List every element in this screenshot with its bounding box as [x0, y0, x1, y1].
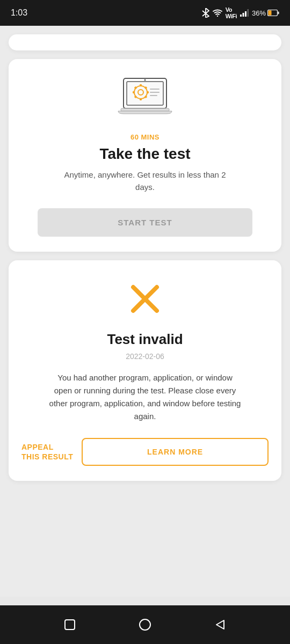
appeal-button[interactable]: APPEALTHIS RESULT [21, 442, 73, 462]
x-icon [126, 280, 164, 320]
card-actions: APPEALTHIS RESULT LEARN MORE [21, 438, 269, 466]
battery-indicator: 36% [252, 9, 279, 17]
svg-point-0 [217, 16, 218, 17]
circle-icon [139, 618, 151, 631]
battery-icon [267, 10, 279, 16]
svg-rect-27 [65, 620, 75, 630]
svg-rect-13 [140, 84, 142, 86]
recent-apps-button[interactable] [64, 619, 76, 631]
svg-rect-4 [247, 9, 249, 17]
svg-rect-2 [242, 13, 244, 17]
svg-rect-15 [133, 91, 135, 93]
svg-rect-3 [245, 11, 247, 17]
test-invalid-card: Test invalid 2022-02-06 You had another … [9, 260, 281, 481]
svg-rect-7 [269, 11, 272, 16]
svg-marker-29 [216, 620, 224, 629]
duration-label: 60 MINS [130, 133, 160, 141]
test-invalid-title: Test invalid [107, 331, 183, 348]
take-test-card: 60 MINS Take the test Anytime, anywhere.… [9, 59, 281, 252]
status-bar: 1:03 VoWiFi 36% [0, 0, 290, 26]
navigation-bar [0, 605, 290, 644]
status-icons: VoWiFi 36% [202, 6, 279, 19]
peek-card [9, 34, 281, 50]
svg-rect-14 [140, 98, 142, 100]
square-icon [64, 619, 76, 631]
svg-point-10 [144, 79, 146, 81]
wifi-icon [213, 9, 222, 17]
svg-rect-16 [147, 91, 149, 93]
svg-rect-24 [121, 108, 169, 111]
bluetooth-icon [202, 8, 209, 18]
scroll-area: 60 MINS Take the test Anytime, anywhere.… [0, 26, 290, 597]
svg-rect-9 [127, 82, 163, 105]
svg-rect-1 [240, 14, 242, 17]
test-invalid-date: 2022-02-06 [126, 352, 164, 361]
vowifi-icon: VoWiFi [226, 6, 237, 19]
battery-percent: 36% [252, 9, 266, 17]
start-test-button[interactable]: START TEST [38, 208, 252, 237]
take-test-title: Take the test [99, 145, 190, 163]
svg-rect-6 [278, 12, 279, 14]
test-invalid-description: You had another program, application, or… [48, 371, 242, 423]
back-triangle-icon [214, 619, 226, 631]
svg-point-28 [140, 619, 150, 630]
back-button[interactable] [214, 619, 226, 631]
status-time: 1:03 [11, 8, 27, 18]
signal-icon [240, 9, 249, 17]
take-test-description: Anytime, anywhere. Get results in less t… [54, 169, 236, 193]
home-button[interactable] [139, 618, 151, 631]
learn-more-button[interactable]: LEARN MORE [82, 438, 269, 466]
laptop-illustration [113, 74, 177, 122]
